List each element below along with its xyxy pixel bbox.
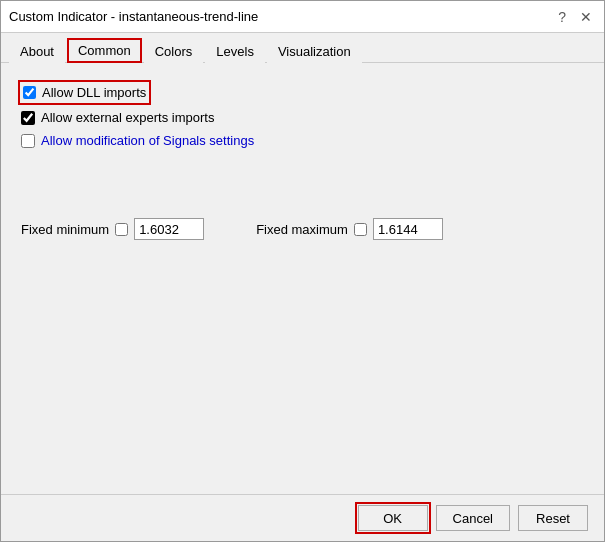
allow-external-label: Allow external experts imports (41, 110, 214, 125)
ok-button[interactable]: OK (358, 505, 428, 531)
tab-levels[interactable]: Levels (205, 39, 265, 63)
fixed-max-group: Fixed maximum (256, 218, 443, 240)
fixed-min-checkbox[interactable] (115, 223, 128, 236)
fixed-min-group: Fixed minimum (21, 218, 204, 240)
content-area: Allow DLL imports Allow external experts… (1, 63, 604, 494)
cancel-button[interactable]: Cancel (436, 505, 510, 531)
title-bar: Custom Indicator - instantaneous-trend-l… (1, 1, 604, 33)
allow-external-row: Allow external experts imports (21, 110, 584, 125)
main-window: Custom Indicator - instantaneous-trend-l… (0, 0, 605, 542)
allow-signals-row: Allow modification of Signals settings (21, 133, 584, 148)
footer: OK Cancel Reset (1, 494, 604, 541)
tab-about[interactable]: About (9, 39, 65, 63)
allow-dll-label: Allow DLL imports (42, 85, 146, 100)
tab-bar: About Common Colors Levels Visualization (1, 33, 604, 63)
tab-colors[interactable]: Colors (144, 39, 204, 63)
tab-common[interactable]: Common (67, 38, 142, 63)
allow-dll-row: Allow DLL imports (21, 83, 148, 102)
fixed-max-input[interactable] (373, 218, 443, 240)
allow-dll-checkbox[interactable] (23, 86, 36, 99)
title-bar-controls: ? ✕ (554, 10, 596, 24)
help-button[interactable]: ? (554, 10, 570, 24)
window-title: Custom Indicator - instantaneous-trend-l… (9, 9, 258, 24)
allow-external-checkbox[interactable] (21, 111, 35, 125)
close-button[interactable]: ✕ (576, 10, 596, 24)
fixed-max-checkbox[interactable] (354, 223, 367, 236)
tab-visualization[interactable]: Visualization (267, 39, 362, 63)
reset-button[interactable]: Reset (518, 505, 588, 531)
fixed-row: Fixed minimum Fixed maximum (21, 218, 584, 240)
fixed-min-input[interactable] (134, 218, 204, 240)
checkbox-group: Allow DLL imports Allow external experts… (21, 83, 584, 148)
fixed-max-label: Fixed maximum (256, 222, 348, 237)
allow-signals-label: Allow modification of Signals settings (41, 133, 254, 148)
fixed-min-label: Fixed minimum (21, 222, 109, 237)
allow-signals-checkbox[interactable] (21, 134, 35, 148)
